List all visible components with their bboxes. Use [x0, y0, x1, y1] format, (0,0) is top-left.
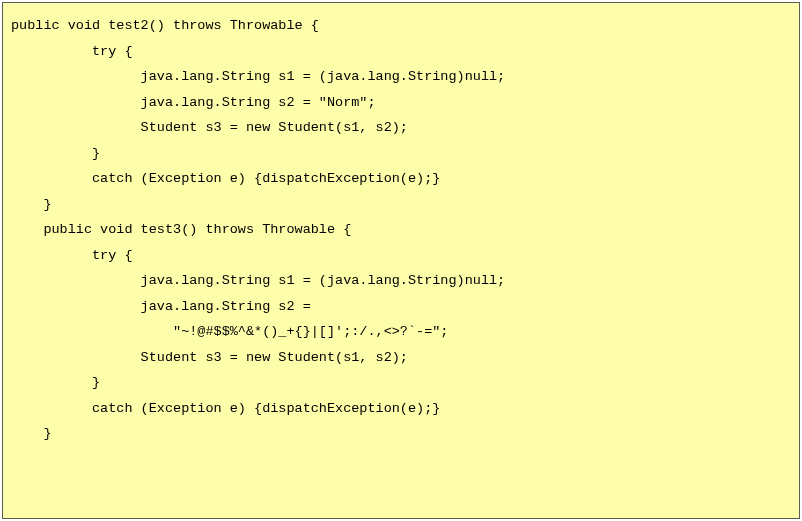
code-line: }	[11, 192, 791, 218]
code-line: java.lang.String s2 =	[11, 294, 791, 320]
code-line: }	[11, 370, 791, 396]
code-line: public void test2() throws Throwable {	[11, 13, 791, 39]
code-line: try {	[11, 39, 791, 65]
code-snippet-box: public void test2() throws Throwable { t…	[2, 2, 800, 519]
code-line: "~!@#$$%^&*()_+{}|[]';:/.,<>?`-=";	[11, 319, 791, 345]
code-line: Student s3 = new Student(s1, s2);	[11, 115, 791, 141]
code-line: catch (Exception e) {dispatchException(e…	[11, 396, 791, 422]
code-line: catch (Exception e) {dispatchException(e…	[11, 166, 791, 192]
code-line: Student s3 = new Student(s1, s2);	[11, 345, 791, 371]
code-line: java.lang.String s1 = (java.lang.String)…	[11, 64, 791, 90]
code-line: try {	[11, 243, 791, 269]
code-line: java.lang.String s2 = "Norm";	[11, 90, 791, 116]
code-line: }	[11, 141, 791, 167]
code-line: }	[11, 421, 791, 447]
code-line: public void test3() throws Throwable {	[11, 217, 791, 243]
code-line: java.lang.String s1 = (java.lang.String)…	[11, 268, 791, 294]
